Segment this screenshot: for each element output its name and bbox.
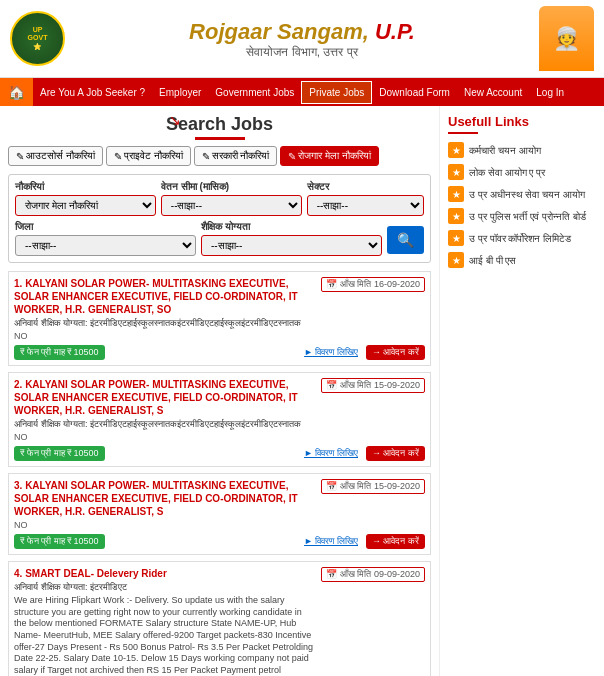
nav-download-form[interactable]: Download Form	[372, 82, 457, 103]
star-icon-5: ★	[448, 230, 464, 246]
useful-link-6[interactable]: ★ आई बी पी एस	[448, 252, 596, 268]
job-2-title: 2. KALYANI SOLAR POWER- MULTITASKING EXE…	[14, 378, 316, 417]
job-3-date-badge: 📅 आँख मिति 15-09-2020	[321, 479, 425, 494]
job-item-4: 4. SMART DEAL- Delevery Rider अनिवार्य श…	[8, 561, 431, 676]
tab-outsource[interactable]: ✎ आउटसोर्स नौकरियां	[8, 146, 103, 166]
useful-links-panel: Usefull Links ★ कर्मचारी चयन आयोग ★ लोक …	[439, 106, 604, 676]
useful-link-2-label: लोक सेवा आयोग ए प्र	[469, 166, 545, 179]
search-title-underline	[195, 137, 245, 140]
job-type-label: नौकरियां	[15, 181, 156, 193]
job-4-subtitle: अनिवार्य शैक्षिक योग्यता: इंटरमीडिएट	[14, 582, 316, 593]
nav-home[interactable]: 🏠	[0, 78, 33, 106]
search-title: Search Jobs	[166, 114, 273, 134]
job-2-salary-btn[interactable]: ₹ फेन प्री माह ₹ 10500	[14, 446, 105, 461]
nav-employer[interactable]: Employer	[152, 82, 208, 103]
category-tabs: ✎ आउटसोर्स नौकरियां ✎ प्राइवेट नौकरियां …	[8, 146, 431, 166]
logo: UPGOVT⭐	[10, 11, 65, 66]
sector-label: सेक्टर	[307, 181, 424, 193]
salary-label: वेतन सीमा (मासिक)	[161, 181, 302, 193]
job-3-salary-btn[interactable]: ₹ फेन प्री माह ₹ 10500	[14, 534, 105, 549]
useful-link-3[interactable]: ★ उ प्र अधीनस्थ सेवा चयन आयोग	[448, 186, 596, 202]
star-icon-1: ★	[448, 142, 464, 158]
job-2-detail-link[interactable]: ► विवरण लिखिए	[304, 448, 358, 459]
job-item-1: 1. KALYANI SOLAR POWER- MULTITASKING EXE…	[8, 271, 431, 366]
job-3-no: NO	[14, 520, 425, 530]
job-1-no: NO	[14, 331, 425, 341]
salary-select[interactable]: --साझा--	[161, 195, 302, 216]
nav-govt-jobs[interactable]: Government Jobs	[208, 82, 301, 103]
job-1-apply-btn[interactable]: → आवेदन करें	[366, 345, 425, 360]
useful-links-underline	[448, 132, 478, 134]
star-icon-4: ★	[448, 208, 464, 224]
job-4-desc: We are Hiring Flipkart Work :- Delivery.…	[14, 595, 316, 676]
useful-link-6-label: आई बी पी एस	[469, 254, 516, 267]
nav-login[interactable]: Log In	[529, 82, 571, 103]
district-label: जिला	[15, 221, 196, 233]
useful-link-5-label: उ प्र पॉवर कॉर्पोरेशन लिमिटेड	[469, 232, 571, 245]
useful-link-1[interactable]: ★ कर्मचारी चयन आयोग	[448, 142, 596, 158]
job-2-subtitle: अनिवार्य शैक्षिक योग्यता: इंटरमीडिएटहाईस…	[14, 419, 316, 430]
tab-govt[interactable]: ✎ सरकारी नौकरियां	[194, 146, 278, 166]
qualification-label: शैक्षिक योग्यता	[201, 221, 382, 233]
useful-link-4-label: उ प्र पुलिस भर्ती एवं प्रोन्नति बोर्ड	[469, 210, 586, 223]
job-1-subtitle: अनिवार्य शैक्षिक योग्यता: इंटरमीडिएटहाईस…	[14, 318, 316, 329]
search-form: नौकरियां रोजगार मेला नौकरियां वेतन सीमा …	[8, 174, 431, 263]
sector-select[interactable]: --साझा--	[307, 195, 424, 216]
job-1-detail-link[interactable]: ► विवरण लिखिए	[304, 347, 358, 358]
useful-link-5[interactable]: ★ उ प्र पॉवर कॉर्पोरेशन लिमिटेड	[448, 230, 596, 246]
person-figure: 👳	[539, 6, 594, 71]
star-icon-6: ★	[448, 252, 464, 268]
qualification-select[interactable]: --साझा--	[201, 235, 382, 256]
job-2-no: NO	[14, 432, 425, 442]
job-1-salary-btn[interactable]: ₹ फेन प्री माह ₹ 10500	[14, 345, 105, 360]
useful-link-3-label: उ प्र अधीनस्थ सेवा चयन आयोग	[469, 188, 585, 201]
job-item-3: 3. KALYANI SOLAR POWER- MULTITASKING EXE…	[8, 473, 431, 555]
nav-job-seeker[interactable]: Are You A Job Seeker ?	[33, 82, 152, 103]
job-4-title: 4. SMART DEAL- Delevery Rider	[14, 567, 316, 580]
job-4-date-badge: 📅 आँख मिति 09-09-2020	[321, 567, 425, 582]
district-select[interactable]: --साझा--	[15, 235, 196, 256]
useful-link-2[interactable]: ★ लोक सेवा आयोग ए प्र	[448, 164, 596, 180]
job-1-title: 1. KALYANI SOLAR POWER- MULTITASKING EXE…	[14, 277, 316, 316]
job-3-apply-btn[interactable]: → आवेदन करें	[366, 534, 425, 549]
job-3-detail-link[interactable]: ► विवरण लिखिए	[304, 536, 358, 547]
tab-private[interactable]: ✎ प्राइवेट नौकरियां	[106, 146, 191, 166]
job-type-select[interactable]: रोजगार मेला नौकरियां	[15, 195, 156, 216]
useful-links-title: Usefull Links	[448, 114, 596, 129]
job-item-2: 2. KALYANI SOLAR POWER- MULTITASKING EXE…	[8, 372, 431, 467]
star-icon-3: ★	[448, 186, 464, 202]
nav-new-account[interactable]: New Account	[457, 82, 529, 103]
nav-bar: 🏠 Are You A Job Seeker ? Employer Govern…	[0, 78, 604, 106]
job-2-date-badge: 📅 आँख मिति 15-09-2020	[321, 378, 425, 393]
useful-link-4[interactable]: ★ उ प्र पुलिस भर्ती एवं प्रोन्नति बोर्ड	[448, 208, 596, 224]
useful-link-1-label: कर्मचारी चयन आयोग	[469, 144, 541, 157]
search-button[interactable]: 🔍	[387, 226, 424, 254]
nav-private-jobs[interactable]: Private Jobs	[301, 81, 372, 104]
job-1-date-badge: 📅 आँख मिति 16-09-2020	[321, 277, 425, 292]
header-title: Rojgaar Sangam, U.P. सेवायोजन विभाग, उत्…	[65, 19, 539, 59]
star-icon-2: ★	[448, 164, 464, 180]
job-2-apply-btn[interactable]: → आवेदन करें	[366, 446, 425, 461]
job-3-title: 3. KALYANI SOLAR POWER- MULTITASKING EXE…	[14, 479, 316, 518]
tab-rojgar-mela[interactable]: ✎ रोजगार मेला नौकरियां	[280, 146, 379, 166]
